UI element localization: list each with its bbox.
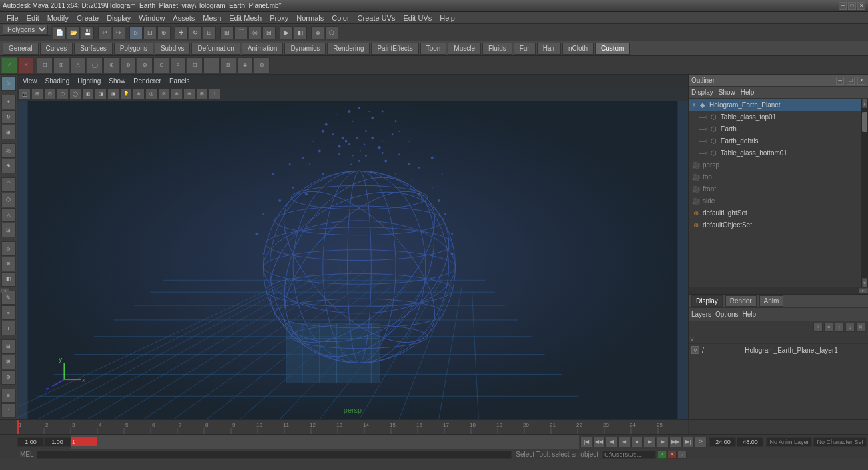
tb-lasso[interactable]: ⊡ <box>143 26 157 39</box>
outliner-content[interactable]: ▲ ▼ ▼ ◆ Hologram_Earth_Planet —○ ⬡ Table… <box>689 99 868 287</box>
polygon-dropdown[interactable]: Polygons <box>3 25 48 35</box>
cb-tab-anim[interactable]: Anim <box>759 295 784 307</box>
outliner-item-10[interactable]: ⊕ defaultObjectSet <box>689 219 868 231</box>
vp-tb-smooth[interactable]: ◯ <box>69 88 81 100</box>
vp-tb-frame-all[interactable]: ⊞ <box>31 88 43 100</box>
shelf-icon-10[interactable]: ⊟ <box>187 57 203 73</box>
vp-tb-manip[interactable]: ⊕ <box>183 88 195 100</box>
maximize-btn[interactable]: □ <box>848 2 856 10</box>
shelf-tab-hair[interactable]: Hair <box>537 43 561 55</box>
outliner-menu-help[interactable]: Help <box>741 89 755 96</box>
menu-window[interactable]: Window <box>135 13 169 23</box>
vp-menu-view[interactable]: View <box>20 77 40 85</box>
transport-loop[interactable]: ⟳ <box>695 437 707 447</box>
outliner-close[interactable]: ✕ <box>857 77 865 85</box>
tool-move[interactable]: + <box>1 95 16 109</box>
outliner-item-2[interactable]: —○ ⬡ Earth <box>689 123 868 135</box>
timeline-ruler[interactable]: 1 2 3 4 5 6 7 8 9 10 11 <box>17 420 688 434</box>
outliner-maximize[interactable]: □ <box>847 77 855 85</box>
menu-color[interactable]: Color <box>328 13 353 23</box>
shelf-tab-deformation[interactable]: Deformation <box>191 43 240 55</box>
vp-menu-shading[interactable]: Shading <box>43 77 73 85</box>
tb-render[interactable]: ▶ <box>280 26 293 39</box>
tool-editor[interactable]: ⋮ <box>1 403 16 418</box>
cb-toolbar-layers[interactable]: Layers <box>691 311 711 318</box>
transport-play-fwd[interactable]: ▶ <box>644 437 656 447</box>
vp-tb-tex[interactable]: ▣ <box>107 88 119 100</box>
tool-hair[interactable]: ≀ <box>1 321 16 335</box>
transport-stop[interactable]: ■ <box>631 437 643 447</box>
shelf-tab-animation[interactable]: Animation <box>242 43 283 55</box>
shelf-tab-general[interactable]: General <box>3 43 39 55</box>
shelf-tab-fluids[interactable]: Fluids <box>482 43 512 55</box>
minimize-btn[interactable]: ─ <box>839 2 847 10</box>
status-cancel-btn[interactable]: ✕ <box>667 451 677 459</box>
transport-go-start[interactable]: |◀ <box>580 437 592 447</box>
tb-ipr[interactable]: ◧ <box>294 26 307 39</box>
tb-iso[interactable]: ⬡ <box>325 26 338 39</box>
transport-prev-key[interactable]: ◀ <box>606 437 618 447</box>
tb-paint[interactable]: ⊕ <box>157 26 171 39</box>
shelf-cancel[interactable]: ✕ <box>18 57 34 73</box>
shelf-icon-2[interactable]: ⊞ <box>53 57 69 73</box>
shelf-tab-surfaces[interactable]: Surfaces <box>74 43 112 55</box>
shelf-tab-painteffects[interactable]: PaintEffects <box>371 43 418 55</box>
tb-snap-point[interactable]: ◎ <box>248 26 262 39</box>
vp-menu-panels[interactable]: Panels <box>167 77 193 85</box>
polygon-selector[interactable]: Polygons <box>0 24 51 36</box>
tb-xray[interactable]: ◈ <box>311 26 324 39</box>
menu-create-uvs[interactable]: Create UVs <box>354 13 400 23</box>
menu-assets[interactable]: Assets <box>169 13 199 23</box>
shelf-icon-6[interactable]: ⊗ <box>120 57 136 73</box>
tb-snap-view[interactable]: ⊠ <box>262 26 276 39</box>
menu-modify[interactable]: Modify <box>43 13 73 23</box>
shelf-tab-muscle[interactable]: Muscle <box>448 43 481 55</box>
vp-tb-ms[interactable]: ⊘ <box>158 88 170 100</box>
cb-visibility-box[interactable]: V <box>691 346 699 354</box>
outliner-item-0[interactable]: ▼ ◆ Hologram_Earth_Planet <box>689 99 868 111</box>
tool-curve[interactable]: ⌒ <box>1 177 16 192</box>
outliner-scroll-right[interactable]: ► <box>859 288 868 293</box>
shelf-tab-subdivs[interactable]: Subdivs <box>155 43 191 55</box>
tool-layer[interactable]: ≡ <box>1 389 16 403</box>
outliner-item-9[interactable]: ⊕ defaultLightSet <box>689 207 868 219</box>
outliner-item-8[interactable]: 🎥 side <box>689 195 868 207</box>
tb-rotate[interactable]: ↻ <box>189 26 202 39</box>
outliner-scroll-down[interactable]: ▼ <box>862 278 867 287</box>
shelf-icon-14[interactable]: ⊛ <box>254 57 270 73</box>
tb-snap-curve[interactable]: ⌒ <box>234 26 248 39</box>
tool-deform[interactable]: ⊃ <box>1 241 16 256</box>
shelf-tab-dynamics[interactable]: Dynamics <box>284 43 326 55</box>
transport-go-end[interactable]: ▶| <box>682 437 694 447</box>
outliner-scroll-up[interactable]: ▲ <box>862 99 867 108</box>
vp-tb-hq[interactable]: ⊛ <box>171 88 183 100</box>
vp-tb-grid[interactable]: ⊞ <box>196 88 208 100</box>
vp-tb-camera[interactable]: 📷 <box>19 88 31 100</box>
shelf-icon-1[interactable]: ⊡ <box>37 57 53 73</box>
tool-menu3[interactable]: ⊛ <box>1 370 16 385</box>
shelf-tab-ncloth[interactable]: nCloth <box>562 43 594 55</box>
shelf-tab-custom[interactable]: Custom <box>595 43 630 55</box>
transport-step-back[interactable]: ◀◀ <box>593 437 605 447</box>
transport-time-current[interactable]: 1.00 <box>44 437 71 447</box>
tb-save[interactable]: 💾 <box>81 26 94 39</box>
vp-tb-flat[interactable]: ◧ <box>82 88 94 100</box>
tb-new[interactable]: 📄 <box>53 26 66 39</box>
tb-select[interactable]: ▷ <box>129 26 143 39</box>
tool-dynamics[interactable]: ≋ <box>1 257 16 271</box>
cb-tab-render[interactable]: Render <box>725 295 757 307</box>
tool-menu1[interactable]: ⊟ <box>1 339 16 354</box>
vp-tb-shaded[interactable]: ◨ <box>95 88 107 100</box>
vp-tb-wire[interactable]: ⬡ <box>57 88 69 100</box>
tool-subdiv[interactable]: ⊡ <box>1 223 16 237</box>
menu-display[interactable]: Display <box>103 13 135 23</box>
menu-proxy[interactable]: Proxy <box>266 13 292 23</box>
vp-menu-show[interactable]: Show <box>106 77 128 85</box>
frame-range-bar[interactable]: 1 <box>71 435 579 449</box>
transport-max-end[interactable]: 48.00 <box>737 437 763 447</box>
shelf-icon-8[interactable]: ⊙ <box>153 57 169 73</box>
cb-tab-display[interactable]: Display <box>691 295 723 307</box>
shelf-icon-4[interactable]: ◯ <box>87 57 103 73</box>
tb-redo[interactable]: ↪ <box>112 26 125 39</box>
menu-help[interactable]: Help <box>436 13 459 23</box>
